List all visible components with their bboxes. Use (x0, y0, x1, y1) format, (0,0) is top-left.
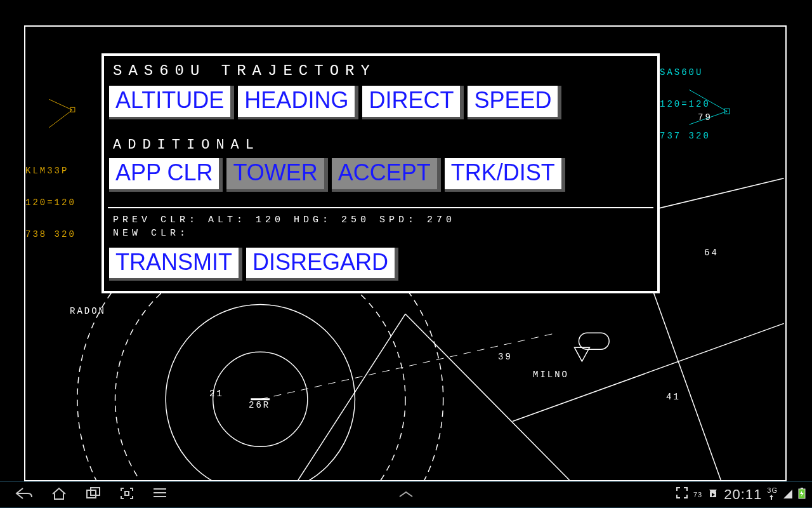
flight-line2: 120=120 (25, 197, 76, 208)
svg-line-6 (298, 314, 405, 480)
accept-button: ACCEPT (332, 158, 441, 192)
battery-icon (798, 486, 806, 503)
flight-tag-klm33p[interactable]: KLM33P 120=120 738 320 (25, 144, 76, 262)
svg-line-5 (260, 333, 556, 399)
status-clock: 20:11 (724, 486, 762, 503)
flight-line3: 738 320 (25, 229, 76, 240)
radar-num-79: 79 (698, 112, 712, 123)
waypoint-milno: MILNO (533, 370, 569, 380)
prev-clearance-text: PREV CLR: ALT: 120 HDG: 250 SPD: 270 (108, 213, 653, 227)
waypoint-radon: RADON (70, 306, 106, 316)
trajectory-dialog: SAS60U TRAJECTORY ALTITUDE HEADING DIREC… (102, 53, 660, 293)
altitude-button[interactable]: ALTITUDE (109, 86, 234, 119)
flight-tag-sas60u[interactable]: SAS60U 120=120 737 320 (660, 46, 710, 163)
svg-rect-25 (801, 488, 803, 489)
app-clr-button[interactable]: APP CLR (109, 158, 223, 192)
direct-button[interactable]: DIRECT (362, 86, 464, 119)
screenshot-icon[interactable] (119, 486, 134, 503)
radar-num-39: 39 (498, 352, 513, 362)
action-button-row: TRANSMIT DISREGARD (108, 248, 653, 281)
disregard-button[interactable]: DISREGARD (246, 248, 398, 281)
svg-line-7 (405, 314, 570, 480)
new-clearance-text: NEW CLR: (108, 227, 653, 240)
transmit-button[interactable]: TRANSMIT (109, 248, 242, 281)
fullscreen-icon[interactable] (676, 486, 688, 503)
home-icon[interactable] (51, 486, 67, 503)
trajectory-button-row: ALTITUDE HEADING DIRECT SPEED (108, 86, 653, 119)
play-store-icon[interactable] (707, 486, 719, 503)
tower-button: TOWER (226, 158, 327, 192)
svg-rect-20 (125, 491, 129, 495)
radar-num-64: 64 (704, 248, 719, 258)
radar-num-41: 41 (666, 392, 681, 402)
notification-badge[interactable]: 73 (693, 491, 702, 498)
heading-button[interactable]: HEADING (238, 86, 358, 119)
network-indicator: 3G (767, 488, 778, 502)
expand-bar-icon[interactable] (397, 488, 415, 502)
trk-dist-button[interactable]: TRK/DIST (445, 158, 565, 192)
svg-point-1 (166, 305, 355, 480)
svg-line-16 (49, 110, 72, 128)
flight-line3: 737 320 (660, 131, 710, 142)
flight-callsign: SAS60U (660, 67, 710, 78)
flight-callsign: KLM33P (25, 166, 76, 177)
speed-button[interactable]: SPEED (468, 86, 561, 119)
dialog-divider (108, 207, 653, 208)
runway-label: 26R (249, 400, 270, 410)
back-icon[interactable] (15, 486, 33, 503)
android-system-bar: 73 20:11 3G (0, 481, 812, 508)
additional-button-row: APP CLR TOWER ACCEPT TRK/DIST (108, 158, 653, 192)
radar-num-21: 21 (209, 389, 224, 399)
dialog-title: SAS60U TRAJECTORY (108, 61, 653, 86)
flight-line2: 120=120 (660, 99, 710, 110)
signal-icon (783, 486, 793, 503)
additional-label: ADDITIONAL (108, 122, 653, 158)
recent-apps-icon[interactable] (85, 486, 102, 503)
svg-line-17 (49, 99, 72, 110)
menu-icon[interactable] (152, 486, 167, 503)
svg-rect-11 (579, 333, 609, 349)
